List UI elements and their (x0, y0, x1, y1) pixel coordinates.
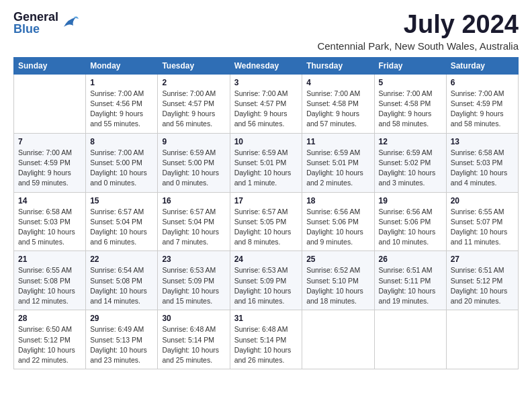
table-cell: 22 Sunrise: 6:54 AMSunset: 5:08 PMDaylig… (86, 251, 158, 310)
day-info: Sunrise: 6:50 AMSunset: 5:12 PMDaylight:… (18, 324, 81, 365)
table-cell: 20 Sunrise: 6:55 AMSunset: 5:07 PMDaylig… (446, 192, 518, 251)
table-cell: 4 Sunrise: 7:00 AMSunset: 4:58 PMDayligh… (302, 74, 374, 133)
day-number: 8 (90, 137, 153, 146)
day-number: 5 (379, 78, 442, 87)
day-info: Sunrise: 6:51 AMSunset: 5:11 PMDaylight:… (379, 265, 442, 306)
day-number: 14 (18, 196, 81, 205)
table-cell: 31 Sunrise: 6:48 AMSunset: 5:14 PMDaylig… (230, 310, 302, 369)
main-title: July 2024 (317, 11, 519, 39)
day-info: Sunrise: 7:00 AMSunset: 4:57 PMDaylight:… (162, 89, 225, 130)
table-cell: 12 Sunrise: 6:59 AMSunset: 5:02 PMDaylig… (374, 133, 446, 192)
table-cell: 14 Sunrise: 6:58 AMSunset: 5:03 PMDaylig… (14, 192, 86, 251)
header: General Blue July 2024 Centennial Park, … (13, 11, 519, 52)
subtitle: Centennial Park, New South Wales, Austra… (317, 40, 519, 52)
table-cell: 19 Sunrise: 6:56 AMSunset: 5:06 PMDaylig… (374, 192, 446, 251)
day-info: Sunrise: 6:55 AMSunset: 5:07 PMDaylight:… (451, 207, 514, 248)
day-number: 10 (234, 137, 298, 146)
day-number: 19 (379, 196, 442, 205)
table-cell (446, 310, 518, 369)
header-sunday: Sunday (14, 57, 86, 74)
day-number: 25 (306, 255, 369, 264)
day-info: Sunrise: 6:56 AMSunset: 5:06 PMDaylight:… (306, 207, 369, 248)
day-info: Sunrise: 7:00 AMSunset: 4:58 PMDaylight:… (379, 89, 442, 130)
table-cell: 13 Sunrise: 6:58 AMSunset: 5:03 PMDaylig… (446, 133, 518, 192)
day-info: Sunrise: 6:58 AMSunset: 5:03 PMDaylight:… (18, 207, 81, 248)
table-cell: 30 Sunrise: 6:48 AMSunset: 5:14 PMDaylig… (158, 310, 230, 369)
day-info: Sunrise: 6:53 AMSunset: 5:09 PMDaylight:… (162, 265, 225, 306)
day-info: Sunrise: 6:58 AMSunset: 5:03 PMDaylight:… (451, 148, 514, 189)
day-info: Sunrise: 7:00 AMSunset: 4:58 PMDaylight:… (306, 89, 369, 130)
day-number: 31 (234, 314, 298, 323)
table-cell: 11 Sunrise: 6:59 AMSunset: 5:01 PMDaylig… (302, 133, 374, 192)
day-info: Sunrise: 6:54 AMSunset: 5:08 PMDaylight:… (90, 265, 153, 306)
table-cell: 16 Sunrise: 6:57 AMSunset: 5:04 PMDaylig… (158, 192, 230, 251)
day-info: Sunrise: 6:55 AMSunset: 5:08 PMDaylight:… (18, 265, 81, 306)
header-tuesday: Tuesday (158, 57, 230, 74)
day-info: Sunrise: 6:51 AMSunset: 5:12 PMDaylight:… (451, 265, 514, 306)
table-cell: 15 Sunrise: 6:57 AMSunset: 5:04 PMDaylig… (86, 192, 158, 251)
title-area: July 2024 Centennial Park, New South Wal… (317, 11, 519, 52)
day-number: 24 (234, 255, 298, 264)
day-info: Sunrise: 6:59 AMSunset: 5:01 PMDaylight:… (234, 148, 298, 189)
table-cell: 25 Sunrise: 6:52 AMSunset: 5:10 PMDaylig… (302, 251, 374, 310)
logo-general: General (13, 11, 58, 23)
table-cell: 18 Sunrise: 6:56 AMSunset: 5:06 PMDaylig… (302, 192, 374, 251)
table-cell: 3 Sunrise: 7:00 AMSunset: 4:57 PMDayligh… (230, 74, 302, 133)
day-number: 3 (234, 78, 298, 87)
day-info: Sunrise: 6:56 AMSunset: 5:06 PMDaylight:… (379, 207, 442, 248)
table-cell: 26 Sunrise: 6:51 AMSunset: 5:11 PMDaylig… (374, 251, 446, 310)
week-row-1: 1 Sunrise: 7:00 AMSunset: 4:56 PMDayligh… (14, 74, 519, 133)
logo-blue: Blue (13, 23, 58, 35)
day-number: 30 (162, 314, 225, 323)
table-cell: 29 Sunrise: 6:49 AMSunset: 5:13 PMDaylig… (86, 310, 158, 369)
table-cell: 10 Sunrise: 6:59 AMSunset: 5:01 PMDaylig… (230, 133, 302, 192)
day-number: 6 (451, 78, 514, 87)
day-info: Sunrise: 6:53 AMSunset: 5:09 PMDaylight:… (234, 265, 298, 306)
day-number: 20 (451, 196, 514, 205)
day-info: Sunrise: 6:59 AMSunset: 5:02 PMDaylight:… (379, 148, 442, 189)
day-info: Sunrise: 6:49 AMSunset: 5:13 PMDaylight:… (90, 324, 153, 365)
table-cell: 28 Sunrise: 6:50 AMSunset: 5:12 PMDaylig… (14, 310, 86, 369)
day-number: 9 (162, 137, 225, 146)
day-info: Sunrise: 6:59 AMSunset: 5:00 PMDaylight:… (162, 148, 225, 189)
table-cell: 9 Sunrise: 6:59 AMSunset: 5:00 PMDayligh… (158, 133, 230, 192)
day-info: Sunrise: 7:00 AMSunset: 4:56 PMDaylight:… (90, 89, 153, 130)
logo-icon (58, 13, 80, 32)
header-wednesday: Wednesday (230, 57, 302, 74)
day-number: 28 (18, 314, 81, 323)
table-cell (374, 310, 446, 369)
day-number: 29 (90, 314, 153, 323)
week-row-3: 14 Sunrise: 6:58 AMSunset: 5:03 PMDaylig… (14, 192, 519, 251)
day-number: 26 (379, 255, 442, 264)
table-cell: 27 Sunrise: 6:51 AMSunset: 5:12 PMDaylig… (446, 251, 518, 310)
day-info: Sunrise: 6:48 AMSunset: 5:14 PMDaylight:… (162, 324, 225, 365)
day-number: 21 (18, 255, 81, 264)
day-number: 13 (451, 137, 514, 146)
day-info: Sunrise: 6:59 AMSunset: 5:01 PMDaylight:… (306, 148, 369, 189)
day-number: 4 (306, 78, 369, 87)
day-number: 18 (306, 196, 369, 205)
day-number: 27 (451, 255, 514, 264)
day-number: 17 (234, 196, 298, 205)
day-info: Sunrise: 6:57 AMSunset: 5:04 PMDaylight:… (162, 207, 225, 248)
day-number: 23 (162, 255, 225, 264)
day-info: Sunrise: 7:00 AMSunset: 4:57 PMDaylight:… (234, 89, 298, 130)
table-cell: 23 Sunrise: 6:53 AMSunset: 5:09 PMDaylig… (158, 251, 230, 310)
weekday-header-row: Sunday Monday Tuesday Wednesday Thursday… (14, 57, 519, 74)
page-container: General Blue July 2024 Centennial Park, … (13, 11, 519, 369)
day-info: Sunrise: 7:00 AMSunset: 4:59 PMDaylight:… (451, 89, 514, 130)
day-info: Sunrise: 6:48 AMSunset: 5:14 PMDaylight:… (234, 324, 298, 365)
day-info: Sunrise: 6:57 AMSunset: 5:05 PMDaylight:… (234, 207, 298, 248)
table-cell (302, 310, 374, 369)
week-row-4: 21 Sunrise: 6:55 AMSunset: 5:08 PMDaylig… (14, 251, 519, 310)
header-monday: Monday (86, 57, 158, 74)
day-info: Sunrise: 7:00 AMSunset: 5:00 PMDaylight:… (90, 148, 153, 189)
header-saturday: Saturday (446, 57, 518, 74)
calendar-table: Sunday Monday Tuesday Wednesday Thursday… (13, 57, 519, 369)
table-cell (14, 74, 86, 133)
table-cell: 24 Sunrise: 6:53 AMSunset: 5:09 PMDaylig… (230, 251, 302, 310)
day-info: Sunrise: 6:52 AMSunset: 5:10 PMDaylight:… (306, 265, 369, 306)
week-row-2: 7 Sunrise: 7:00 AMSunset: 4:59 PMDayligh… (14, 133, 519, 192)
table-cell: 21 Sunrise: 6:55 AMSunset: 5:08 PMDaylig… (14, 251, 86, 310)
day-number: 11 (306, 137, 369, 146)
